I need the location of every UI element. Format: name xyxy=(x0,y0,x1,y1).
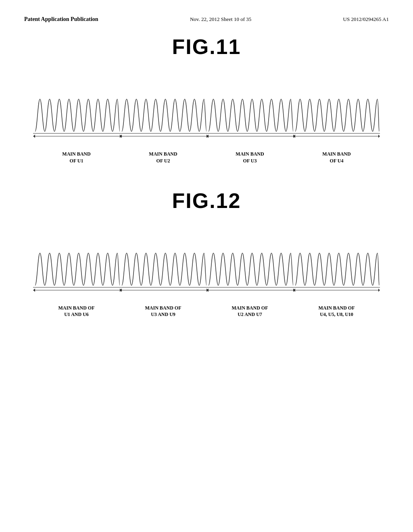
fig11-diagram: MAIN BANDOF U1 MAIN BANDOF U2 MAIN BANDO… xyxy=(33,67,380,164)
fig11-title: FIG.11 xyxy=(24,35,389,59)
fig12-waveform xyxy=(33,221,380,301)
fig12-band3: MAIN BAND OFU2 AND U7 xyxy=(206,305,293,318)
fig12-band2: MAIN BAND OFU3 AND U9 xyxy=(120,305,206,318)
svg-marker-25 xyxy=(378,289,380,292)
fig11-svg xyxy=(33,67,380,148)
fig12-svg xyxy=(33,221,380,301)
publication-date: Nov. 22, 2012 Sheet 10 of 35 xyxy=(190,16,251,23)
fig12-band4: MAIN BAND OFU4, U5, U8, U10 xyxy=(293,305,380,318)
page-header: Patent Application Publication Nov. 22, … xyxy=(0,0,413,23)
fig11-band4: MAIN BANDOF U4 xyxy=(293,151,380,164)
fig11-band2: MAIN BANDOF U2 xyxy=(120,151,206,164)
svg-marker-15 xyxy=(33,289,35,292)
svg-marker-2 xyxy=(33,135,35,138)
publication-label: Patent Application Publication xyxy=(24,16,98,23)
publication-number: US 2012/0294265 A1 xyxy=(343,16,389,23)
fig12-title: FIG.12 xyxy=(24,189,389,213)
fig12-band1: MAIN BAND OFU1 AND U6 xyxy=(33,305,120,318)
fig11-band3: MAIN BANDOF U3 xyxy=(206,151,293,164)
fig12-diagram: MAIN BAND OFU1 AND U6 MAIN BAND OFU3 AND… xyxy=(33,221,380,318)
svg-marker-12 xyxy=(378,135,380,138)
fig12-section: FIG.12 xyxy=(0,189,413,318)
fig11-band1: MAIN BANDOF U1 xyxy=(33,151,120,164)
fig12-band-labels: MAIN BAND OFU1 AND U6 MAIN BAND OFU3 AND… xyxy=(33,305,380,318)
fig11-waveform xyxy=(33,67,380,148)
fig11-section: FIG.11 xyxy=(0,35,413,164)
fig11-band-labels: MAIN BANDOF U1 MAIN BANDOF U2 MAIN BANDO… xyxy=(33,151,380,164)
